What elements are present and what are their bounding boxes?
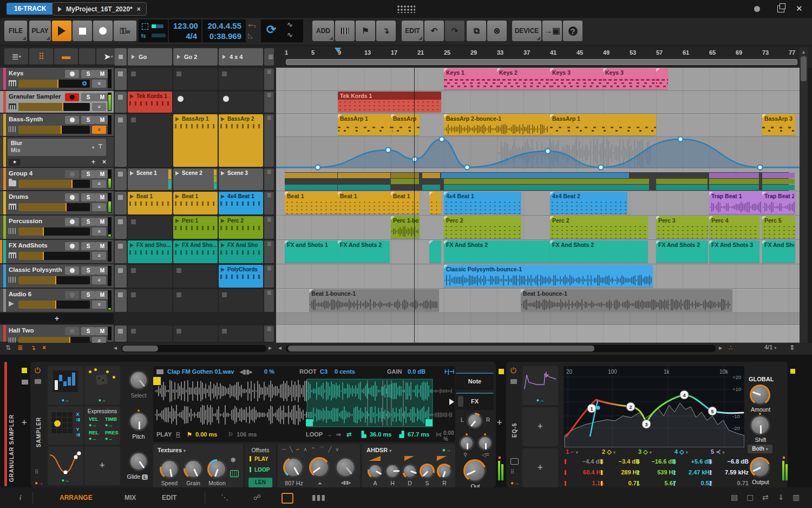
volume-slider[interactable] — [18, 276, 90, 284]
link-panels-icon[interactable]: ☍ — [253, 493, 261, 502]
timb-output[interactable]: TIMB — [105, 416, 117, 422]
xy-modulator-cell[interactable]: X⇉ Y⇉ — [48, 406, 83, 445]
track-stop-button[interactable] — [115, 192, 127, 214]
arranger-clip[interactable]: Tek Kords 1 — [338, 92, 441, 112]
sample-waveform[interactable] — [153, 377, 455, 429]
stop-button[interactable] — [73, 21, 92, 41]
follow-playhead-icon[interactable]: ↴ — [30, 344, 36, 351]
record-arm-button[interactable] — [65, 327, 79, 335]
eq-band-gain-value[interactable]: −16.6 dB — [643, 458, 676, 465]
offset-loop[interactable]: LOOP — [250, 467, 270, 473]
arranger-clip[interactable]: Beat 1 — [391, 192, 420, 214]
envelope-type-dropdown[interactable]: AHDSR ▾ — [366, 447, 391, 453]
add-menu-button[interactable]: ADD — [312, 21, 334, 41]
view-tab-edit[interactable]: EDIT — [162, 494, 176, 502]
track-row-drums[interactable]: DrumsSM≡ — [0, 191, 114, 216]
record-arm-button[interactable] — [65, 193, 79, 201]
automation-follow-icon[interactable]: ∿ — [287, 21, 293, 29]
arranger-clip[interactable]: FX And Shots 3 — [762, 240, 795, 263]
view-tab-arrange[interactable]: ARRANGE — [60, 494, 93, 502]
remote-controls-icon[interactable]: ⠿ — [35, 469, 38, 475]
launcher-scroll-right-icon[interactable]: ▸ — [269, 344, 272, 351]
launcher-clip[interactable]: 4x4 Beat 1 — [219, 192, 263, 214]
window-maximize-icon[interactable] — [777, 5, 784, 12]
project-tab[interactable]: MyProject_16T_2020* × — [52, 2, 147, 16]
env-knob-A[interactable] — [368, 464, 383, 479]
arranger-scroll-left-icon[interactable]: ◂ — [278, 344, 281, 351]
remove-icon[interactable]: × — [102, 158, 106, 166]
eq-output-knob[interactable] — [750, 457, 770, 478]
mixer-panel-icon[interactable]: ▥ — [793, 493, 800, 502]
help-button[interactable]: ? — [563, 21, 582, 41]
launcher-clip[interactable]: FX And Sho... — [173, 240, 218, 263]
loop-length-value[interactable]: 67.7 ms — [408, 431, 429, 438]
device-panel-toggle-icon[interactable] — [281, 493, 293, 504]
eq-display[interactable]: 12345201001k10k+20+10-10-20 — [564, 366, 744, 447]
track-name[interactable]: Audio 6 — [9, 291, 31, 297]
eq-band-freq-value[interactable]: 539 Hz — [643, 469, 676, 476]
show-cursor-panel-icon[interactable]: ⋱ — [221, 493, 228, 502]
steps-modulator-cell[interactable]: ●→ — [48, 366, 83, 405]
punch-in-icon[interactable]: ⇜‖ — [248, 21, 256, 29]
clip-row-options[interactable]: ≣ — [264, 114, 274, 167]
note-chain-button[interactable]: Note — [456, 373, 494, 390]
arranger-clip[interactable]: BassArp 2-bounce-1 — [444, 114, 550, 135]
automation-write-icon[interactable]: ∿ — [287, 31, 293, 39]
track-list-options-icon[interactable]: ≣ — [17, 344, 23, 351]
arranger-clip[interactable]: Perc 4 — [709, 216, 759, 238]
clip-slot-empty[interactable] — [219, 325, 263, 342]
track-row-audio-6[interactable]: Audio 6SM≡ — [0, 289, 114, 313]
clip-row-options[interactable]: ≣ — [264, 216, 274, 239]
solo-button[interactable]: S — [81, 116, 95, 124]
project-panel-icon[interactable]: ▤ — [731, 493, 738, 502]
loop-start-value[interactable]: 36.0 ms — [370, 431, 391, 438]
arranger-clip[interactable]: 4x4 Beat 1 — [444, 192, 521, 214]
redo-button[interactable]: ↷ — [445, 21, 464, 41]
clip-row-options[interactable]: ≣ — [264, 265, 274, 288]
modulator-route-icon[interactable]: ●→ — [536, 398, 544, 403]
filter-cutoff-knob[interactable] — [283, 457, 304, 478]
arranger-clip[interactable]: Keys 1 — [444, 68, 497, 89]
eq-band-selector[interactable]: 2 ◇ ▾ — [602, 448, 637, 455]
download-panel-icon[interactable]: ⇓ — [778, 493, 784, 502]
glide-knob[interactable] — [129, 452, 148, 471]
pitch-knob[interactable] — [129, 412, 148, 431]
arranger-clip[interactable]: Keys 3 — [603, 68, 656, 89]
arranger-clip[interactable]: FX And Shots 2 — [444, 240, 550, 263]
track-swap-icon[interactable]: ⇅ — [5, 344, 11, 351]
track-name[interactable]: Percussion — [9, 218, 42, 224]
vel-route-icon[interactable]: ●→ — [89, 422, 96, 428]
key-travel-button[interactable]: ⚿w — [114, 21, 136, 41]
arranger-clip[interactable] — [656, 68, 668, 89]
scene-options-cell[interactable]: ≣ — [264, 48, 274, 66]
x-output-label[interactable]: X⇉ — [76, 412, 80, 422]
pin-icon[interactable]: ⊤ — [98, 143, 103, 150]
arranger-clip[interactable]: Trap Beat 1 — [709, 192, 762, 214]
rel-route-icon[interactable]: ●→ — [89, 436, 96, 441]
add-slot-icon[interactable]: + — [91, 158, 95, 166]
solo-button[interactable]: S — [81, 242, 95, 250]
modulators-icon[interactable]: ●→ — [35, 480, 43, 486]
solo-button[interactable]: S — [81, 266, 95, 275]
keyboard-spread-icon[interactable]: ◂▮▮▸ — [240, 368, 252, 375]
file-menu-button[interactable]: FILE — [4, 21, 27, 41]
track-stop-button[interactable] — [115, 216, 127, 239]
add-marker-icon[interactable]: ⚑ — [356, 21, 375, 41]
track-menu-button[interactable]: ≡ — [92, 80, 106, 88]
clip-slot-empty[interactable] — [128, 114, 172, 167]
eq-shift-knob[interactable] — [750, 415, 770, 435]
insert-clip-icon[interactable]: ↴ — [376, 21, 396, 41]
loop-mode-label[interactable]: LOOP — [306, 431, 323, 438]
track-row-fx-andshots[interactable]: FX AndShotsSM≡ — [0, 240, 114, 264]
file-browser-icon[interactable]: ▢ — [746, 493, 754, 502]
track-stop-button[interactable] — [115, 265, 127, 288]
folder-icon[interactable] — [22, 380, 28, 385]
loop-pingpong-icon[interactable]: ⇄ — [346, 431, 351, 438]
offset-play[interactable]: PLAY — [250, 456, 269, 462]
window-close-icon[interactable]: ✕ — [796, 4, 803, 14]
eq-band-freq-value[interactable]: 60.4 Hz — [570, 469, 604, 476]
clip-slot-record[interactable] — [173, 92, 218, 113]
lanes-view-icon[interactable]: ▬ — [54, 48, 78, 64]
arranger-clip[interactable]: Perc 2 — [550, 216, 648, 238]
record-arm-button[interactable] — [65, 291, 79, 299]
